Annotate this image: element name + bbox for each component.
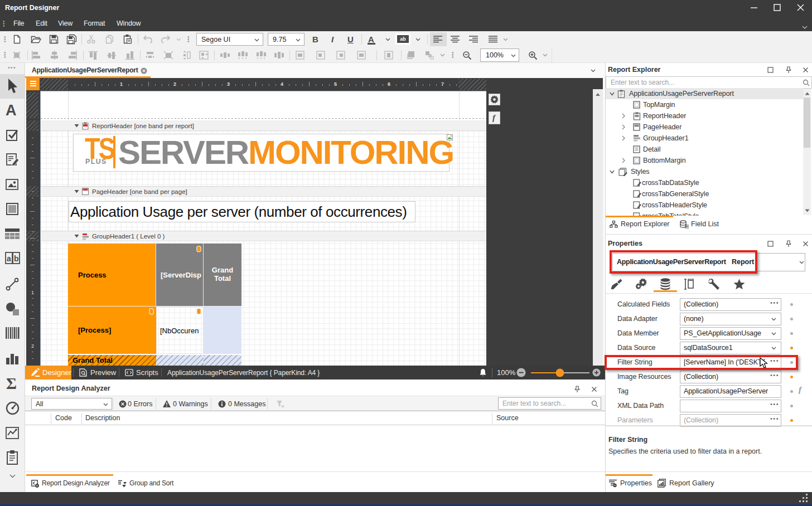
svg-text:a: a xyxy=(7,254,11,263)
svg-text:b: b xyxy=(14,254,19,263)
